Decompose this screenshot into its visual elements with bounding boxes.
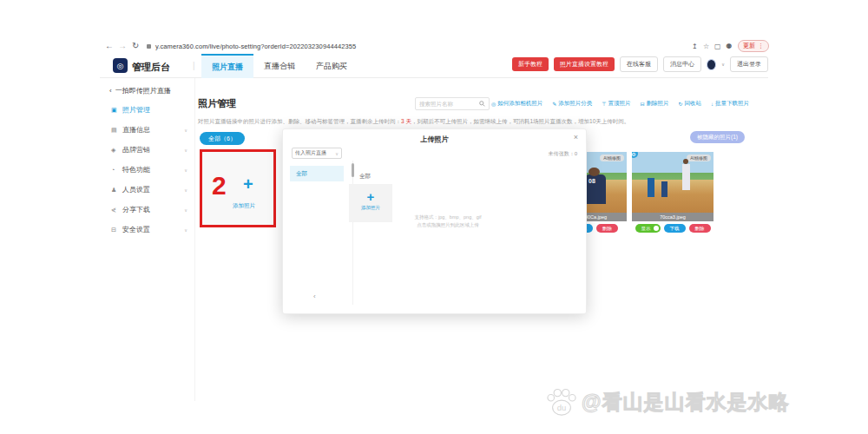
- modal-title: 上传照片: [283, 135, 586, 144]
- sidebar-item-personnel-settings[interactable]: ♟人员设置∨: [111, 185, 187, 194]
- live-album-select[interactable]: 传入照片直播 ∨: [292, 148, 342, 159]
- back-chevron-icon: ‹: [109, 87, 112, 95]
- setting-tutorial-button[interactable]: 照片直播设置教程: [554, 57, 615, 71]
- logout-button[interactable]: 退出登录: [730, 56, 768, 72]
- screenshot-root: ← → ↻ y.camera360.com/live/photo-setting…: [0, 0, 868, 434]
- photo-tag: AI精修图: [687, 155, 711, 161]
- browser-update-label: 更新: [743, 42, 755, 50]
- edit-icon: ✎: [552, 101, 556, 107]
- share-icon[interactable]: ↥: [692, 41, 698, 53]
- tab-live-collection[interactable]: 直播合辑: [253, 54, 306, 78]
- page-title: 照片管理: [198, 97, 236, 110]
- bookmark-star-icon[interactable]: ☆: [703, 41, 709, 53]
- chevron-down-icon: ∨: [184, 168, 187, 173]
- header-tabs: 照片直播 直播合辑 产品购买: [201, 54, 358, 78]
- chevron-down-icon: ∨: [184, 128, 187, 133]
- gear-icon[interactable]: ⚙: [632, 152, 638, 158]
- close-icon[interactable]: ×: [574, 133, 578, 141]
- photo-filename: 70cca3.jpeg: [632, 213, 713, 221]
- person-icon: ♟: [111, 187, 118, 194]
- scrollbar-thumb[interactable]: [352, 163, 354, 177]
- delete-button[interactable]: 删除: [596, 224, 618, 233]
- delete-photo-link[interactable]: ⊟删除照片: [641, 100, 669, 108]
- tutorial-button[interactable]: 新手教程: [512, 57, 549, 71]
- filter-all-pill[interactable]: 全部（6）: [200, 132, 245, 145]
- search-icon[interactable]: [479, 101, 485, 107]
- sidepanel-icon[interactable]: ▢: [714, 41, 721, 53]
- upload-hint: 支持格式：jpg、bmp、png、gif 点击或拖拽照片到此区域上传: [383, 214, 513, 229]
- lock-icon: ⊟: [111, 227, 118, 233]
- header-divider: |: [193, 61, 195, 70]
- jersey-number: 08: [589, 178, 595, 184]
- collapse-arrow-icon[interactable]: ‹: [313, 293, 316, 300]
- sidebar-item-share-download[interactable]: ⋞分享下载∨: [111, 205, 187, 214]
- plus-icon: +: [349, 191, 392, 203]
- brand-icon: ◈: [111, 147, 118, 154]
- chevron-down-icon: ∨: [184, 148, 187, 153]
- help-icon: ◎: [491, 101, 496, 107]
- chevron-down-icon: ∨: [184, 187, 187, 193]
- add-photo-card[interactable]: 2 + 添加照片: [200, 149, 276, 227]
- avatar[interactable]: [707, 59, 716, 70]
- recycle-icon: ↻: [679, 101, 683, 107]
- search-input[interactable]: [419, 101, 477, 107]
- browser-forward-icon[interactable]: →: [118, 40, 127, 52]
- remaining-days: 3 天: [401, 118, 411, 124]
- lock-icon: [147, 44, 151, 49]
- sidebar-item-brand-marketing[interactable]: ◈品牌营销∨: [111, 145, 187, 155]
- sidebar-item-special-features[interactable]: ◔特色功能∨: [111, 165, 187, 174]
- browser-refresh-icon[interactable]: ↻: [132, 40, 139, 52]
- browser-update-button[interactable]: 更新 ⋮: [738, 40, 769, 52]
- app-logo: ◎: [113, 58, 128, 73]
- plus-icon: +: [243, 174, 253, 194]
- sidebar-item-security-settings[interactable]: ⊟安全设置∨: [111, 225, 187, 234]
- add-photo-label: 添加照片: [202, 202, 286, 210]
- modal-divider: [352, 161, 353, 305]
- pin-photo-link[interactable]: ⊤置顶照片: [602, 100, 630, 108]
- upload-counter: 未传张数：0: [549, 150, 577, 158]
- recycle-bin-link[interactable]: ↻回收站: [679, 100, 702, 108]
- list-icon: ▤: [111, 127, 118, 134]
- upload-label: 添加照片: [349, 205, 392, 211]
- browser-back-icon[interactable]: ←: [105, 40, 114, 52]
- tab-product-purchase[interactable]: 产品购买: [306, 54, 358, 78]
- profile-icon[interactable]: ⚉: [726, 41, 732, 53]
- trash-icon: ⊟: [641, 101, 645, 107]
- avatar-chevron-icon[interactable]: ∨: [721, 62, 725, 67]
- message-center-button[interactable]: 消息中心: [663, 56, 701, 72]
- browser-menu-icon: ⋮: [758, 43, 764, 49]
- sidebar-back-link[interactable]: ‹ 一拍即传照片直播: [109, 86, 171, 95]
- sidebar-item-photo-management[interactable]: ▣照片管理: [111, 105, 187, 115]
- page-description: 对照片直播链接中的照片进行添加、删除、移动与标签管理，直播剩余上传时间：3 天，…: [198, 118, 629, 126]
- hidden-photos-pill[interactable]: 被隐藏的照片(1): [690, 131, 745, 143]
- search-box: [415, 97, 490, 110]
- brand-title: 管理后台: [132, 61, 170, 74]
- delete-button[interactable]: 删除: [689, 224, 711, 233]
- photo-icon: ▣: [111, 107, 118, 114]
- add-photo-category-link[interactable]: ✎添加照片分类: [552, 100, 592, 108]
- download-button[interactable]: 下载: [664, 224, 686, 233]
- category-item-all[interactable]: 全部: [290, 166, 344, 181]
- download-icon: ↓: [711, 102, 713, 107]
- how-to-add-camera-photos-link[interactable]: ◎如何添加相机照片: [491, 100, 542, 108]
- photo-card: ⚙ AI精修图 70cca3.jpeg 显示 下载 删除: [632, 152, 713, 233]
- photo-thumbnail[interactable]: ⚙ AI精修图: [632, 152, 713, 213]
- feature-icon: ◔: [111, 167, 118, 173]
- tab-photo-live[interactable]: 照片直播: [201, 54, 253, 78]
- share-icon: ⋞: [111, 207, 118, 214]
- section-label: 全部: [359, 173, 371, 181]
- url-bar[interactable]: y.camera360.com/live/photo-setting?order…: [155, 43, 356, 50]
- chevron-down-icon: ∨: [184, 227, 187, 233]
- annotation-step-number: 2: [212, 171, 227, 201]
- photo-tag: AI精修图: [600, 155, 624, 161]
- select-chevron-icon: ∨: [335, 151, 339, 156]
- online-service-button[interactable]: 在线客服: [620, 56, 658, 72]
- photo-toolbar: ◎如何添加相机照片 ✎添加照片分类 ⊤置顶照片 ⊟删除照片 ↻回收站 ↓批量下载…: [491, 100, 749, 108]
- batch-download-link[interactable]: ↓批量下载照片: [711, 100, 749, 108]
- upload-modal: 上传照片 × 传入照片直播 ∨ 全部 全部 + 添加照片 支持格式：jpg、bm…: [282, 128, 587, 314]
- sidebar-item-live-info[interactable]: ▤直播信息∨: [111, 125, 187, 135]
- paw-logo-icon: du: [545, 387, 578, 417]
- visibility-toggle[interactable]: 显示: [635, 224, 661, 233]
- header-actions: 新手教程 照片直播设置教程 在线客服 消息中心 ∨ 退出登录: [512, 56, 768, 72]
- svg-text:du: du: [557, 403, 567, 412]
